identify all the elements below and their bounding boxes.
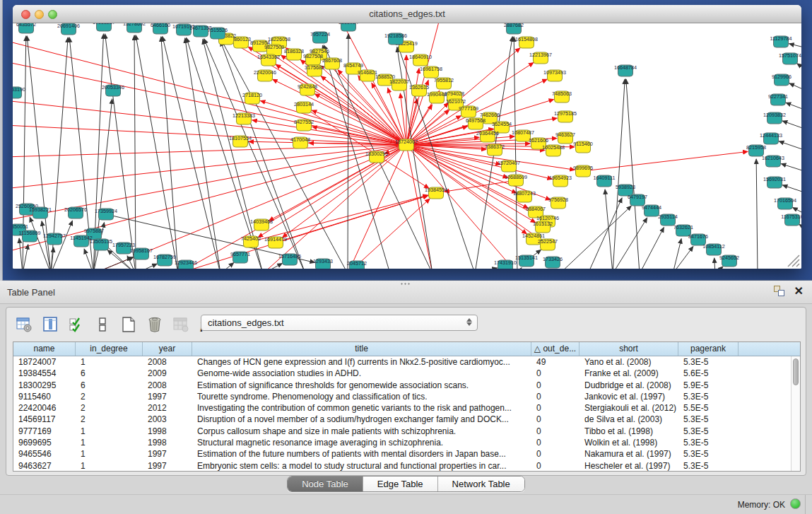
graph-edge[interactable] xyxy=(715,267,723,269)
cell[interactable]: 1 xyxy=(76,426,143,437)
graph-edge[interactable] xyxy=(514,37,517,269)
splitter-grip-icon[interactable] xyxy=(400,282,410,286)
cell[interactable]: 1998 xyxy=(143,426,192,437)
graph-edge[interactable] xyxy=(13,62,401,144)
graph-edge[interactable] xyxy=(348,199,430,269)
graph-edge[interactable] xyxy=(588,198,622,269)
column-header-name[interactable]: name xyxy=(13,342,76,356)
graph-edge[interactable] xyxy=(252,120,401,144)
cell[interactable]: 18300295 xyxy=(13,380,76,391)
cell[interactable]: Yano et al. (2008) xyxy=(579,356,678,368)
float-panel-icon[interactable] xyxy=(774,286,784,296)
vertical-scrollbar[interactable] xyxy=(791,356,800,471)
cell[interactable]: Corpus callosum shape and size in male p… xyxy=(192,426,531,437)
graph-edge[interactable] xyxy=(220,263,234,269)
cell[interactable]: Embryonic stem cells: a model to study s… xyxy=(192,460,531,472)
cell[interactable]: Nakamura et al. (1997) xyxy=(579,448,678,460)
graph-edge[interactable] xyxy=(789,83,801,90)
table-row[interactable]: 2242004622012Investigating the contribut… xyxy=(13,402,800,414)
graph-edge[interactable] xyxy=(613,218,647,269)
tab-node-table[interactable]: Node Table xyxy=(288,477,363,491)
table-row[interactable]: 946554611997Estimation of the future num… xyxy=(13,448,800,460)
cell[interactable]: 2008 xyxy=(143,356,192,368)
table-row[interactable]: 977716911998Corpus callosum shape and si… xyxy=(13,426,800,437)
graph-edge[interactable] xyxy=(178,196,428,269)
close-panel-icon[interactable]: ✕ xyxy=(794,286,804,296)
cell[interactable]: Stergiakouli et al. (2012) xyxy=(579,402,678,414)
cell[interactable]: 2003 xyxy=(143,414,192,425)
tab-network-table[interactable]: Network Table xyxy=(438,477,524,491)
graph-edge[interactable] xyxy=(793,208,801,214)
graph-edge[interactable] xyxy=(782,121,801,129)
graph-edge[interactable] xyxy=(560,206,631,269)
cell[interactable]: 9699695 xyxy=(13,437,76,448)
cell[interactable]: 6 xyxy=(76,380,143,391)
cell[interactable]: 1997 xyxy=(143,448,192,460)
memory-ok-indicator[interactable] xyxy=(790,498,801,509)
graph-edge[interactable] xyxy=(782,185,801,192)
table-row[interactable]: 946362711997Embryonic stem cells: a mode… xyxy=(13,460,800,472)
graph-edge[interactable] xyxy=(19,238,23,269)
cell[interactable]: 18724007 xyxy=(13,356,76,368)
cell[interactable]: 5.9E-5 xyxy=(678,380,739,391)
graph-edge[interactable] xyxy=(589,151,748,170)
cell[interactable]: 22420046 xyxy=(13,402,76,414)
graph-edge[interactable] xyxy=(799,225,801,228)
graph-edge[interactable] xyxy=(673,247,693,269)
cell[interactable]: 0 xyxy=(531,380,579,391)
column-header-out_de[interactable]: △ out_de... xyxy=(531,342,579,356)
graph-edge[interactable] xyxy=(797,64,801,69)
network-canvas[interactable]: 1872400711325419182260589860123891295498… xyxy=(13,23,801,269)
cell[interactable]: de Silva et al. (2003) xyxy=(579,414,678,425)
table-row[interactable]: 969969511998Structural magnetic resonanc… xyxy=(13,437,800,448)
column-header-pagerank[interactable]: pagerank xyxy=(678,342,739,356)
cell[interactable]: 0 xyxy=(531,448,579,460)
cell[interactable]: 5.3E-5 xyxy=(678,356,739,368)
show-columns-icon[interactable] xyxy=(41,315,59,334)
graph-edge[interactable] xyxy=(283,148,402,238)
cell[interactable]: 1997 xyxy=(143,391,192,402)
cell[interactable]: 1 xyxy=(76,356,143,368)
cell[interactable]: 5.5E-5 xyxy=(678,402,739,414)
graph-edge[interactable] xyxy=(105,34,136,269)
graph-edge[interactable] xyxy=(789,44,801,47)
cell[interactable]: 5.3E-5 xyxy=(678,448,739,460)
cell[interactable]: 9115460 xyxy=(13,391,76,402)
cell[interactable]: 9465546 xyxy=(13,448,76,460)
cell[interactable]: 1 xyxy=(76,460,143,472)
clear-selection-icon[interactable] xyxy=(93,315,112,334)
graph-edge[interactable] xyxy=(605,189,613,269)
graph-edge[interactable] xyxy=(786,103,801,110)
column-header-short[interactable]: short xyxy=(579,342,678,356)
graph-edge[interactable] xyxy=(136,264,157,269)
table-row[interactable]: 1456911722003Disruption of a novel membe… xyxy=(13,414,800,425)
cell[interactable]: 5.3E-5 xyxy=(678,426,739,437)
graph-edge[interactable] xyxy=(781,164,801,171)
delete-table-icon[interactable] xyxy=(146,315,164,334)
cell[interactable]: Disruption of a novel member of a sodium… xyxy=(192,414,531,425)
cell[interactable]: Dudbridge et al. (2008) xyxy=(579,380,678,391)
cell[interactable]: 0 xyxy=(531,391,579,402)
scrollbar-thumb[interactable] xyxy=(793,358,799,385)
cell[interactable]: 0 xyxy=(531,460,579,472)
table-row[interactable]: 1938455462009Genome-wide association stu… xyxy=(13,368,800,379)
canvas-resize-grip[interactable] xyxy=(788,255,799,267)
cell[interactable]: 5.6E-5 xyxy=(678,368,739,379)
graph-edge[interactable] xyxy=(134,35,136,269)
graph-edge[interactable] xyxy=(13,145,401,157)
cell[interactable]: 6 xyxy=(76,368,143,379)
graph-edge[interactable] xyxy=(161,37,178,269)
cell[interactable]: 9463627 xyxy=(13,460,76,472)
cell[interactable]: Hescheler et al. (1997) xyxy=(579,460,678,472)
cell[interactable]: 1997 xyxy=(143,460,192,472)
cell[interactable]: 5.3E-5 xyxy=(678,437,739,448)
cell[interactable]: Jankovic et al. (1997) xyxy=(579,391,678,402)
cell[interactable]: Tibbo et al. (1998) xyxy=(579,426,678,437)
column-header-year[interactable]: year xyxy=(143,342,192,356)
cell[interactable]: 1998 xyxy=(143,437,192,448)
graph-edge[interactable] xyxy=(400,93,406,139)
graph-edge[interactable] xyxy=(626,79,640,269)
cell[interactable]: Estimation of significance thresholds fo… xyxy=(192,380,531,391)
cell[interactable]: Changes of HCN gene expression and I(f) … xyxy=(192,356,531,368)
graph-edge[interactable] xyxy=(475,268,497,269)
